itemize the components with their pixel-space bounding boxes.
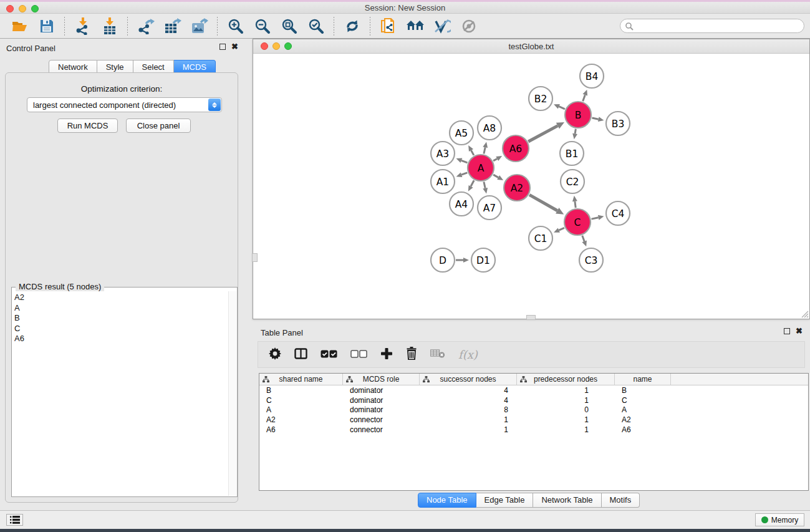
criterion-dropdown[interactable]: largest connected component (directed) xyxy=(27,97,222,112)
network-canvas[interactable]: B4B2BB3B1A5A8A6A3AA1A2C2A4A7C4CC1C3DD1 xyxy=(253,54,809,319)
column-header-predecessor-nodes[interactable]: predecessor nodes xyxy=(517,374,615,385)
column-layout-button[interactable] xyxy=(294,348,307,362)
refresh-layout-button[interactable] xyxy=(339,16,365,37)
close-panel-button[interactable]: Close panel xyxy=(126,118,191,133)
table-row[interactable]: Cdominator41C xyxy=(259,395,808,405)
graph-edge-C-C4[interactable] xyxy=(591,218,598,219)
import-table-button[interactable] xyxy=(96,16,123,37)
optimization-criterion-label: Optimization criterion: xyxy=(0,84,243,94)
graph-edge-C-C1[interactable] xyxy=(559,228,564,230)
result-scrollbar[interactable] xyxy=(228,291,236,496)
save-session-button[interactable] xyxy=(33,16,60,37)
network-traffic-lights[interactable] xyxy=(261,42,292,50)
network-minimize-icon[interactable] xyxy=(272,42,280,50)
tab-node-table[interactable]: Node Table xyxy=(418,493,476,508)
result-list-item[interactable]: A2 xyxy=(14,293,227,303)
graph-edge-A-A4[interactable] xyxy=(471,180,474,186)
float-table-panel-icon[interactable] xyxy=(784,328,790,334)
mcds-result-title: MCDS result (5 nodes) xyxy=(16,282,104,291)
delete-table-button[interactable] xyxy=(430,349,445,361)
app-titlebar: Session: New Session xyxy=(0,2,810,14)
graph-node-label: C1 xyxy=(534,233,547,244)
delete-column-icon xyxy=(406,347,417,360)
table-row[interactable]: A2connector11A2 xyxy=(259,415,808,425)
node-table[interactable]: shared nameMCDS rolesuccessor nodesprede… xyxy=(259,373,809,491)
column-header-successor-nodes[interactable]: successor nodes xyxy=(420,374,517,385)
table-row[interactable]: Adominator80A xyxy=(259,405,808,415)
tab-edge-table[interactable]: Edge Table xyxy=(476,493,534,508)
table-cell: 8 xyxy=(420,405,517,414)
deselect-all-button[interactable] xyxy=(350,349,367,360)
mcds-result-list[interactable]: A2ABCA6 xyxy=(14,293,227,494)
graphics-details-button[interactable] xyxy=(428,16,455,37)
graph-edge-A2-C[interactable] xyxy=(529,195,557,210)
graph-node-label: C4 xyxy=(612,208,625,220)
graph-edge-A-A5[interactable] xyxy=(471,150,473,155)
show-panels-button[interactable] xyxy=(6,514,23,526)
graph-edge-C-C2[interactable] xyxy=(575,201,576,208)
import-network-button[interactable] xyxy=(69,16,96,37)
network-graph[interactable]: B4B2BB3B1A5A8A6A3AA1A2C2A4A7C4CC1C3DD1 xyxy=(253,54,809,319)
close-panel-icon[interactable]: ✖ xyxy=(231,44,238,50)
network-snapshot-button[interactable] xyxy=(375,16,402,37)
column-header-name[interactable]: name xyxy=(615,374,671,385)
zoom-fit-button[interactable] xyxy=(276,16,302,37)
zoom-window-icon[interactable] xyxy=(31,5,39,12)
tab-network-table[interactable]: Network Table xyxy=(533,493,601,508)
column-header-shared-name[interactable]: shared name xyxy=(259,374,343,385)
result-list-item[interactable]: B xyxy=(14,313,227,324)
app-traffic-lights[interactable] xyxy=(6,5,39,12)
zoom-out-button[interactable] xyxy=(249,16,276,37)
network-bottom-handle[interactable] xyxy=(526,315,536,320)
graph-edge-B-B4[interactable] xyxy=(583,95,586,101)
graph-edge-A-A3[interactable] xyxy=(461,160,468,163)
close-table-panel-icon[interactable]: ✖ xyxy=(796,328,803,334)
graph-edge-A-A2[interactable] xyxy=(493,175,498,177)
close-window-icon[interactable] xyxy=(6,5,14,12)
export-table-button[interactable] xyxy=(159,16,186,37)
graph-node-label: C2 xyxy=(566,177,579,188)
graph-edge-B-B2[interactable] xyxy=(559,107,565,109)
graph-edge-A-A7[interactable] xyxy=(484,181,485,188)
resize-grip-icon[interactable] xyxy=(800,309,809,318)
network-left-handle[interactable] xyxy=(252,253,258,262)
export-network-button[interactable] xyxy=(132,16,159,37)
tab-motifs[interactable]: Motifs xyxy=(602,493,640,508)
graph-edge-C-C3[interactable] xyxy=(582,236,584,241)
search-field[interactable] xyxy=(620,19,804,33)
select-all-icon xyxy=(321,350,337,358)
graph-edge-B-B3[interactable] xyxy=(592,118,598,119)
birdseye-view-button[interactable] xyxy=(455,16,482,37)
add-column-button[interactable] xyxy=(380,347,393,362)
column-header-MCDS-role[interactable]: MCDS role xyxy=(343,374,420,385)
memory-button[interactable]: Memory xyxy=(755,513,804,526)
select-all-button[interactable] xyxy=(321,349,337,360)
delete-column-button[interactable] xyxy=(406,347,417,362)
function-builder-button[interactable]: f(x) xyxy=(458,348,478,361)
network-close-icon[interactable] xyxy=(261,42,268,50)
graph-edge-arrowhead xyxy=(463,258,469,263)
home-pair-button[interactable] xyxy=(402,16,428,37)
graph-edge-A6-B[interactable] xyxy=(528,126,557,142)
graph-edge-B-B1[interactable] xyxy=(575,129,576,134)
run-mcds-button[interactable]: Run MCDS xyxy=(57,118,118,133)
search-input[interactable] xyxy=(634,21,804,32)
network-window-titlebar[interactable]: testGlobe.txt xyxy=(253,39,809,54)
zoom-selected-button[interactable] xyxy=(302,16,329,37)
settings-gear-button[interactable] xyxy=(269,347,281,362)
export-image-button[interactable] xyxy=(186,16,213,37)
table-row[interactable]: A6connector11A6 xyxy=(259,425,808,435)
graph-edge-A-A6[interactable] xyxy=(493,158,497,160)
column-header-label: MCDS role xyxy=(363,375,400,384)
result-list-item[interactable]: A6 xyxy=(14,334,227,344)
graph-edge-A-A8[interactable] xyxy=(484,147,485,153)
graph-edge-A-A1[interactable] xyxy=(461,173,467,175)
minimize-window-icon[interactable] xyxy=(19,5,26,12)
open-session-button[interactable] xyxy=(6,16,33,37)
result-list-item[interactable]: A xyxy=(14,303,227,314)
result-list-item[interactable]: C xyxy=(14,324,227,334)
float-panel-icon[interactable] xyxy=(219,44,226,50)
table-row[interactable]: Bdominator41B xyxy=(259,385,808,395)
network-zoom-icon[interactable] xyxy=(284,42,292,50)
zoom-in-button[interactable] xyxy=(222,16,249,37)
